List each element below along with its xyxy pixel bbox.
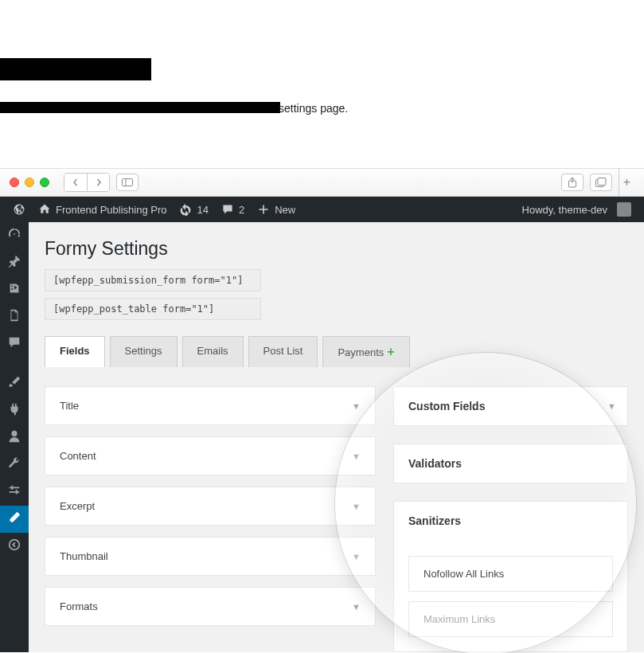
pen-icon (7, 510, 21, 528)
panel-sanitizers[interactable]: Sanitizers (393, 501, 628, 540)
fields-column: Title▼ Content▼ Excerpt▼ Thumbnail▼ Form… (45, 386, 376, 652)
wp-content: Formy Settings [wpfepp_submission_form f… (29, 222, 644, 652)
wp-sidebar (0, 222, 29, 652)
sidebar-item-frontend-publishing[interactable] (0, 506, 29, 533)
field-label: Thumbnail (60, 550, 108, 562)
sidebar-item-media[interactable] (0, 276, 29, 303)
page-title: Formy Settings (45, 238, 628, 260)
tab-payments[interactable]: Payments+ (322, 336, 409, 367)
sidebar-toggle-button[interactable] (116, 174, 139, 191)
tab-fields[interactable]: Fields (45, 336, 105, 367)
comments-icon (7, 335, 21, 353)
user-icon (7, 429, 21, 447)
site-name-link[interactable]: Frontend Publishing Pro (32, 197, 173, 222)
pin-icon (7, 254, 21, 272)
tabs-icon (595, 178, 607, 187)
sidebar-item-users[interactable] (0, 424, 29, 452)
comment-icon (221, 203, 234, 216)
refresh-icon (179, 203, 192, 216)
sanitizer-nofollow[interactable]: Nofollow All Links (408, 556, 613, 592)
share-button[interactable] (561, 174, 584, 191)
shortcode-post-table[interactable]: [wpfepp_post_table form="1"] (45, 298, 261, 320)
nav-group (64, 173, 110, 192)
site-name-label: Frontend Publishing Pro (56, 204, 166, 216)
chevron-right-icon (95, 178, 103, 186)
field-label: Excerpt (60, 500, 95, 512)
new-label: New (275, 204, 295, 216)
updates-count: 14 (197, 204, 208, 216)
wrench-icon (7, 456, 21, 474)
tab-emails[interactable]: Emails (182, 336, 244, 367)
browser-window: + Frontend Publishing Pro 14 2 (0, 168, 644, 652)
tab-settings[interactable]: Settings (110, 336, 178, 367)
sidebar-item-settings[interactable] (0, 479, 29, 506)
subtitle-fragment: settings page. (279, 102, 348, 115)
media-icon (7, 281, 21, 299)
sanitizer-max-links[interactable]: Maximum Links (408, 601, 613, 637)
panel-label: Custom Fields (408, 400, 485, 413)
dashboard-icon (7, 227, 21, 244)
brush-icon (7, 375, 21, 393)
user-menu[interactable]: Howdy, theme-dev (516, 197, 638, 222)
tab-post-list[interactable]: Post List (248, 336, 318, 367)
sidebar-item-comments[interactable] (0, 330, 29, 358)
panel-label: Validators (408, 457, 462, 470)
field-label: Formats (60, 600, 98, 612)
home-icon (38, 203, 51, 216)
chevron-down-icon: ▼ (352, 452, 361, 461)
chevron-down-icon: ▼ (352, 602, 361, 612)
chevron-down-icon: ▼ (352, 502, 361, 511)
wp-adminbar: Frontend Publishing Pro 14 2 New Howdy, … (0, 197, 644, 222)
collapse-icon (7, 538, 21, 555)
pages-icon (7, 308, 21, 326)
tabs-button[interactable] (590, 174, 612, 191)
minimize-window-button[interactable] (25, 178, 34, 187)
tab-payments-label: Payments (338, 346, 384, 358)
avatar (617, 202, 631, 217)
main-area: Title▼ Content▼ Excerpt▼ Thumbnail▼ Form… (45, 386, 628, 652)
maximize-window-button[interactable] (40, 178, 49, 187)
field-formats[interactable]: Formats▼ (45, 587, 376, 626)
sidebar-item-tools[interactable] (0, 452, 29, 479)
field-title[interactable]: Title▼ (45, 386, 376, 425)
wordpress-icon (13, 203, 25, 216)
back-button[interactable] (64, 174, 87, 191)
chevron-down-icon: ▼ (607, 401, 616, 411)
sidebar-item-appearance[interactable] (0, 370, 29, 397)
field-content[interactable]: Content▼ (45, 436, 376, 475)
svg-rect-4 (598, 178, 606, 186)
plus-icon (257, 203, 270, 216)
panel-label: Sanitizers (408, 514, 461, 527)
howdy-label: Howdy, theme-dev (522, 204, 607, 216)
forward-button[interactable] (87, 174, 109, 191)
sidebar-item-plugins[interactable] (0, 397, 29, 424)
panel-validators[interactable]: Validators (393, 444, 628, 483)
comments-link[interactable]: 2 (215, 197, 251, 222)
redacted-heading (0, 58, 151, 80)
chevron-down-icon: ▼ (352, 401, 361, 411)
field-label: Title (60, 400, 79, 412)
new-content-link[interactable]: New (251, 197, 302, 222)
panels-column: Custom Fields▼ Validators Sanitizers Nof… (393, 386, 628, 652)
sliders-icon (7, 483, 21, 501)
wp-logo-button[interactable] (6, 197, 32, 222)
updates-link[interactable]: 14 (173, 197, 214, 222)
close-window-button[interactable] (10, 178, 19, 187)
panel-custom-fields[interactable]: Custom Fields▼ (393, 386, 628, 426)
field-excerpt[interactable]: Excerpt▼ (45, 487, 376, 526)
shortcode-submission-form[interactable]: [wpfepp_submission_form form="1"] (45, 269, 261, 291)
plug-icon (7, 402, 21, 420)
sidebar-item-dashboard[interactable] (0, 222, 29, 249)
svg-rect-0 (123, 179, 133, 186)
svg-point-5 (10, 540, 20, 550)
sidebar-item-posts[interactable] (0, 249, 29, 276)
sidebar-item-pages[interactable] (0, 303, 29, 330)
window-controls (10, 178, 49, 187)
chevron-down-icon: ▼ (352, 552, 361, 561)
wp-body: Formy Settings [wpfepp_submission_form f… (0, 222, 644, 652)
sidebar-item-collapse[interactable] (0, 533, 29, 560)
redacted-subtitle (0, 102, 280, 113)
field-thumbnail[interactable]: Thumbnail▼ (45, 537, 376, 576)
new-tab-button[interactable]: + (619, 168, 634, 197)
field-label: Content (60, 450, 96, 462)
